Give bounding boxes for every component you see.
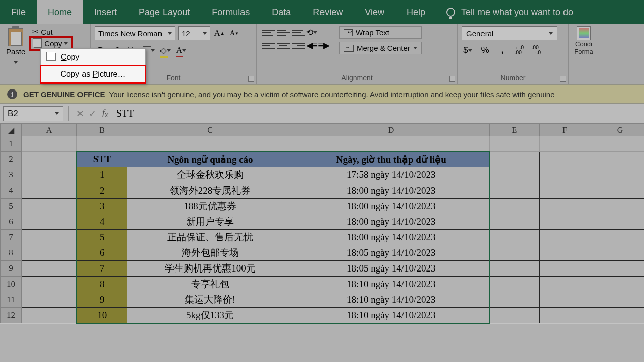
align-left[interactable] bbox=[262, 40, 275, 51]
col-F[interactable]: F bbox=[540, 124, 590, 136]
cell[interactable] bbox=[22, 167, 77, 183]
row-header[interactable]: 8 bbox=[1, 245, 22, 261]
cell[interactable]: 18:00 ngày 14/10/2023 bbox=[293, 230, 490, 245]
tab-review[interactable]: Review bbox=[302, 0, 354, 24]
row-header[interactable]: 10 bbox=[1, 277, 22, 292]
cell[interactable] bbox=[490, 261, 540, 277]
cell[interactable] bbox=[490, 292, 540, 308]
align-middle[interactable] bbox=[277, 27, 290, 38]
cell[interactable] bbox=[540, 199, 590, 214]
cell[interactable]: 6 bbox=[77, 245, 127, 261]
cell[interactable] bbox=[540, 308, 590, 323]
font-name-select[interactable]: Times New Roman bbox=[95, 26, 175, 40]
cell[interactable] bbox=[490, 308, 540, 323]
cell[interactable] bbox=[127, 136, 293, 152]
col-C[interactable]: C bbox=[127, 124, 293, 136]
cell[interactable]: 18:10 ngày 14/10/2023 bbox=[293, 308, 490, 323]
cell[interactable]: 18:05 ngày 14/10/2023 bbox=[293, 245, 490, 261]
cell[interactable]: 学生购机再优惠100元 bbox=[127, 261, 293, 277]
row-header[interactable]: 1 bbox=[1, 136, 22, 152]
cell[interactable] bbox=[540, 230, 590, 245]
font-dialog-launcher[interactable] bbox=[248, 76, 254, 82]
font-color-button[interactable]: A bbox=[175, 44, 187, 56]
merge-center-button[interactable]: Merge & Center bbox=[339, 42, 422, 54]
tab-insert[interactable]: Insert bbox=[83, 0, 128, 24]
cell[interactable] bbox=[540, 245, 590, 261]
cell[interactable]: 18:00 ngày 14/10/2023 bbox=[293, 183, 490, 199]
cell[interactable]: 18:10 ngày 14/10/2023 bbox=[293, 277, 490, 292]
cell[interactable]: 领海外228专属礼券 bbox=[127, 183, 293, 199]
cell[interactable]: 18:10 ngày 14/10/2023 bbox=[293, 292, 490, 308]
cell[interactable]: Ngày, giờ thu thập dữ liệu bbox=[293, 152, 490, 167]
align-top[interactable] bbox=[262, 27, 275, 38]
cell[interactable]: 全球金秋欢乐购 bbox=[127, 167, 293, 183]
row-header[interactable]: 2 bbox=[1, 152, 22, 167]
cell[interactable]: 18:00 ngày 14/10/2023 bbox=[293, 214, 490, 230]
cell[interactable] bbox=[22, 308, 77, 323]
cell[interactable] bbox=[540, 136, 590, 152]
cell[interactable] bbox=[590, 183, 645, 199]
cell[interactable] bbox=[490, 214, 540, 230]
cell[interactable]: 海外包邮专场 bbox=[127, 245, 293, 261]
cell[interactable] bbox=[293, 136, 490, 152]
cell[interactable]: 1 bbox=[77, 167, 127, 183]
align-right[interactable] bbox=[292, 40, 305, 51]
tab-formulas[interactable]: Formulas bbox=[201, 0, 261, 24]
row-header[interactable]: 3 bbox=[1, 167, 22, 183]
increase-decimal[interactable]: ←.0 .00 bbox=[513, 44, 525, 56]
wrap-text-button[interactable]: Wrap Text bbox=[339, 26, 422, 39]
cell[interactable] bbox=[540, 277, 590, 292]
cell[interactable]: 集运大降价! bbox=[127, 292, 293, 308]
col-A[interactable]: A bbox=[22, 124, 77, 136]
alignment-dialog-launcher[interactable] bbox=[449, 76, 455, 82]
cell[interactable] bbox=[590, 214, 645, 230]
cell[interactable]: 正品保证、售后无忧 bbox=[127, 230, 293, 245]
fx-icon[interactable]: fx bbox=[102, 108, 108, 119]
col-E[interactable]: E bbox=[490, 124, 540, 136]
cell[interactable] bbox=[22, 152, 77, 167]
tab-data[interactable]: Data bbox=[261, 0, 302, 24]
cell[interactable] bbox=[22, 261, 77, 277]
cell[interactable]: Ngôn ngữ quảng cáo bbox=[127, 152, 293, 167]
copy-dropdown-caret[interactable] bbox=[64, 42, 68, 45]
cell[interactable] bbox=[22, 183, 77, 199]
cell[interactable] bbox=[22, 245, 77, 261]
col-D[interactable]: D bbox=[293, 124, 490, 136]
tab-page-layout[interactable]: Page Layout bbox=[128, 0, 201, 24]
currency-button[interactable]: $ bbox=[462, 44, 474, 56]
row-header[interactable]: 9 bbox=[1, 261, 22, 277]
cell[interactable] bbox=[22, 230, 77, 245]
row-header[interactable]: 4 bbox=[1, 183, 22, 199]
cell[interactable]: 9 bbox=[77, 292, 127, 308]
cell[interactable] bbox=[590, 230, 645, 245]
cell[interactable]: 18:05 ngày 14/10/2023 bbox=[293, 261, 490, 277]
tab-home[interactable]: Home bbox=[37, 0, 83, 24]
cell[interactable] bbox=[490, 136, 540, 152]
decrease-font-button[interactable]: A▼ bbox=[228, 27, 240, 39]
cell[interactable] bbox=[590, 152, 645, 167]
row-header[interactable]: 6 bbox=[1, 214, 22, 230]
cell[interactable]: 5kg仅133元 bbox=[127, 308, 293, 323]
column-headers[interactable]: ◢ A B C D E F G bbox=[1, 124, 645, 136]
cell[interactable] bbox=[22, 199, 77, 214]
comma-button[interactable]: , bbox=[496, 44, 508, 56]
font-size-select[interactable]: 12 bbox=[178, 26, 210, 40]
fill-color-button[interactable]: ◇ bbox=[159, 44, 171, 56]
increase-indent[interactable]: ≡▶ bbox=[318, 39, 330, 51]
row-header[interactable]: 12 bbox=[1, 308, 22, 323]
cell[interactable] bbox=[540, 214, 590, 230]
cell[interactable] bbox=[590, 261, 645, 277]
align-center[interactable] bbox=[277, 40, 290, 51]
tell-me[interactable]: Tell me what you want to do bbox=[436, 0, 583, 24]
formula-enter[interactable]: ✓ bbox=[86, 108, 98, 119]
cell[interactable] bbox=[490, 230, 540, 245]
cell[interactable]: 7 bbox=[77, 261, 127, 277]
cell[interactable]: 18:00 ngày 14/10/2023 bbox=[293, 199, 490, 214]
col-G[interactable]: G bbox=[590, 124, 645, 136]
cell[interactable] bbox=[490, 277, 540, 292]
cell[interactable] bbox=[540, 183, 590, 199]
cell[interactable]: 3 bbox=[77, 199, 127, 214]
cell[interactable]: 新用户专享 bbox=[127, 214, 293, 230]
cell[interactable] bbox=[22, 292, 77, 308]
cell[interactable]: 2 bbox=[77, 183, 127, 199]
